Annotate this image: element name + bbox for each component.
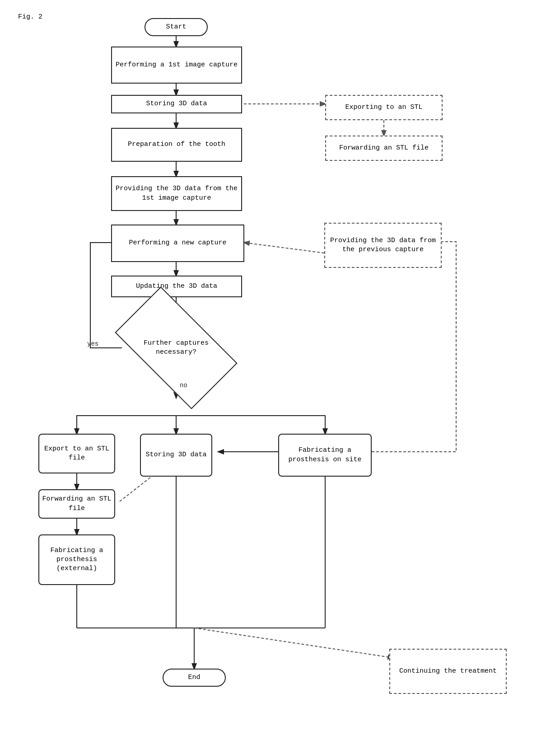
store3d-1-node: Storing 3D data [111,95,242,113]
update-3d-node: Updating the 3D data [111,276,242,297]
fab-on-site-node: Fabricating a prosthesis on site [278,434,372,477]
svg-line-13 [244,243,324,253]
no-label: no [180,381,187,390]
fig-label: Fig. 2 [18,13,42,22]
prep-tooth-node: Preparation of the tooth [111,128,242,162]
provide-3d-1st-node: Providing the 3D data from the 1st image… [111,176,242,211]
yes-label: yes [87,340,98,348]
export-stl-right-node: Exporting to an STL [325,95,443,120]
export-stl-left-node: Export to an STL file [38,434,115,473]
start-node: Start [145,18,208,36]
forward-stl-right-node: Forwarding an STL file [325,136,443,161]
capture1-node: Performing a 1st image capture [111,47,242,84]
fab-external-node: Fabricating a prosthesis (external) [38,534,115,585]
provide-prev-node: Providing the 3D data from the previous … [324,223,442,268]
end-node: End [163,669,226,687]
new-capture-node: Performing a new capture [111,225,244,262]
flowchart: Fig. 2 [0,0,560,754]
continuing-node: Continuing the treatment [389,649,507,694]
svg-line-26 [194,628,393,658]
forward-stl-left-node: Forwarding an STL file [38,489,115,519]
store3d-2-node: Storing 3D data [140,434,212,477]
further-captures-diamond: Further captures necessary? [122,315,230,380]
arrows-svg [0,0,560,754]
